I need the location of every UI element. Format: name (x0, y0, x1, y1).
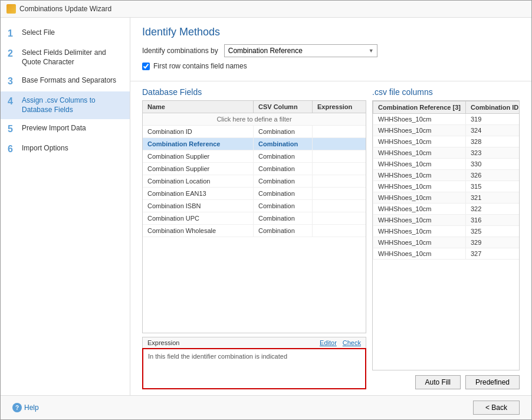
list-item: WHHShoes_10cm321 (373, 192, 520, 204)
table-row[interactable]: Combination Location Combination (143, 175, 366, 188)
expression-text[interactable]: In this field the identifier combination… (142, 348, 366, 389)
filter-row[interactable]: Click here to define a filter (143, 113, 366, 126)
table-row[interactable]: Combination ID Combination (143, 126, 366, 138)
sidebar-item-select-fields-delimiter-and-quote-character[interactable]: 2Select Fields Delimiter and Quote Chara… (1, 44, 130, 71)
field-expr (313, 212, 366, 224)
right-panel: Identify Methods Identify combinations b… (130, 18, 531, 395)
table-row[interactable]: Combination UPC Combination (143, 212, 366, 225)
table-row[interactable]: Combination Supplier Combination (143, 163, 366, 175)
sidebar-num: 3 (8, 76, 17, 87)
sidebar-item-import-options[interactable]: 6Import Options (1, 139, 130, 159)
list-item: WHHShoes_10cm326 (373, 170, 520, 181)
field-name: Combination ID (143, 126, 254, 137)
field-expr (313, 175, 366, 187)
field-csv: Combination (254, 188, 313, 199)
field-csv: Combination (254, 150, 313, 162)
list-item: WHHShoes_10cm327 (373, 248, 520, 260)
list-item: WHHShoes_10cm316 (373, 215, 520, 226)
field-csv: Combination (254, 200, 313, 212)
csv-col-header-1: Combination Reference [3] (373, 101, 466, 114)
sidebar-label: Import Options (22, 144, 68, 153)
csv-table: Combination Reference [3] Combination ID… (373, 101, 520, 260)
action-buttons: Auto Fill Predefined (372, 375, 520, 389)
db-fields-section: Database Fields Name CSV Column Expressi… (142, 87, 366, 389)
sidebar-item-assign-csv-columns-to-database-fields[interactable]: 4Assign .csv Columns to Database Fields (1, 91, 130, 119)
help-link[interactable]: ? Help (12, 403, 39, 412)
field-expr (313, 126, 366, 137)
main-content: 1Select File2Select Fields Delimiter and… (1, 18, 531, 395)
table-row[interactable]: Combination Supplier Combination (143, 150, 366, 163)
field-expr (313, 163, 366, 175)
first-row-checkbox[interactable] (142, 63, 150, 70)
sidebar-num: 4 (8, 96, 17, 107)
field-csv: Combination (254, 212, 313, 224)
editor-button[interactable]: Editor (320, 339, 337, 346)
csv-col-header-2: Combination ID [4] (465, 101, 520, 114)
db-fields-title: Database Fields (142, 87, 366, 97)
sidebar: 1Select File2Select Fields Delimiter and… (1, 18, 130, 395)
field-expr (313, 200, 366, 212)
list-item: WHHShoes_10cm330 (373, 159, 520, 170)
sidebar-label: Base Formats and Separators (22, 76, 116, 86)
sidebar-label: Select File (22, 28, 55, 38)
field-name: Combination Reference (143, 138, 254, 150)
predefined-button[interactable]: Predefined (465, 375, 520, 389)
app-icon (6, 4, 16, 14)
list-item: WHHShoes_10cm328 (373, 136, 520, 147)
field-expr (313, 225, 366, 237)
csv-title: .csv file columns (372, 87, 520, 97)
back-button[interactable]: < Back (473, 401, 520, 415)
field-name: Combination Supplier (143, 150, 254, 162)
help-text: Help (24, 403, 39, 412)
sidebar-label: Assign .csv Columns to Database Fields (22, 96, 123, 114)
panel-header: Identify Methods Identify combinations b… (130, 18, 531, 81)
field-name: Combination UPC (143, 212, 254, 224)
table-row[interactable]: Combination EAN13 Combination (143, 188, 366, 200)
expression-label: Expression (147, 339, 179, 346)
sidebar-label: Select Fields Delimiter and Quote Charac… (22, 48, 123, 67)
check-button[interactable]: Check (343, 339, 361, 346)
expression-header: Expression Editor Check (142, 337, 366, 348)
expression-buttons: Editor Check (320, 339, 361, 346)
window-title: Combinations Update Wizard (19, 5, 111, 13)
window: Combinations Update Wizard 1Select File2… (0, 0, 532, 420)
field-expr (313, 188, 366, 199)
col-csv-header: CSV Column (254, 101, 313, 113)
sidebar-num: 2 (8, 48, 17, 59)
identify-row: Identify combinations by Combination Ref… (142, 44, 520, 57)
sidebar-num: 1 (8, 28, 17, 39)
sidebar-label: Preview Import Data (22, 124, 86, 133)
identify-select[interactable]: Combination Reference (224, 44, 377, 57)
sidebar-item-base-formats-and-separators[interactable]: 3Base Formats and Separators (1, 71, 130, 91)
auto-fill-button[interactable]: Auto Fill (415, 375, 461, 389)
field-expr (313, 150, 366, 162)
csv-section: .csv file columns Combination Reference … (372, 87, 520, 389)
field-csv: Combination (254, 175, 313, 187)
sidebar-num: 5 (8, 124, 17, 134)
list-item: WHHShoes_10cm324 (373, 125, 520, 136)
sidebar-item-preview-import-data[interactable]: 5Preview Import Data (1, 119, 130, 139)
field-csv: Combination (254, 126, 313, 137)
identify-select-wrapper[interactable]: Combination Reference (224, 44, 377, 57)
sidebar-num: 6 (8, 144, 17, 155)
col-name-header: Name (143, 101, 254, 113)
sidebar-item-select-file[interactable]: 1Select File (1, 24, 130, 44)
checkbox-row: First row contains field names (142, 62, 520, 70)
field-name: Combination Supplier (143, 163, 254, 175)
fields-table-wrapper: Name CSV Column Expression Click here to… (142, 100, 366, 333)
field-expr (313, 138, 366, 150)
footer: ? Help < Back (1, 395, 531, 419)
list-item: WHHShoes_10cm322 (373, 204, 520, 215)
table-row[interactable]: Combination ISBN Combination (143, 200, 366, 212)
field-name: Combination Location (143, 175, 254, 187)
table-row[interactable]: Combination Wholesale Combination (143, 225, 366, 237)
identify-label: Identify combinations by (142, 47, 218, 55)
footer-buttons: < Back (473, 401, 520, 415)
expression-area: Expression Editor Check In this field th… (142, 337, 366, 389)
table-row[interactable]: Combination Reference Combination (143, 138, 366, 150)
csv-table-wrapper[interactable]: Combination Reference [3] Combination ID… (372, 100, 520, 370)
field-name: Combination Wholesale (143, 225, 254, 237)
help-icon: ? (12, 403, 22, 412)
content-area: Database Fields Name CSV Column Expressi… (130, 81, 531, 395)
first-row-label: First row contains field names (153, 62, 247, 70)
